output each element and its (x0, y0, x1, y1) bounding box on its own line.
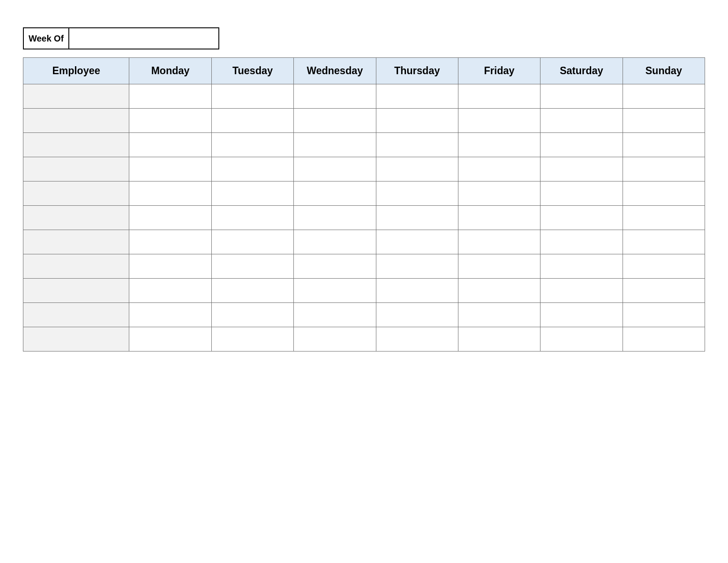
day-cell[interactable] (211, 157, 293, 181)
table-row (23, 303, 705, 327)
day-cell[interactable] (458, 327, 540, 351)
day-cell[interactable] (211, 230, 293, 254)
day-cell[interactable] (294, 254, 376, 279)
day-cell[interactable] (376, 181, 458, 206)
day-cell[interactable] (294, 157, 376, 181)
day-cell[interactable] (458, 133, 540, 157)
day-cell[interactable] (211, 254, 293, 279)
table-row (23, 109, 705, 133)
day-cell[interactable] (376, 279, 458, 303)
employee-cell[interactable] (23, 230, 129, 254)
employee-cell[interactable] (23, 327, 129, 351)
day-cell[interactable] (623, 254, 705, 279)
day-cell[interactable] (458, 181, 540, 206)
employee-cell[interactable] (23, 254, 129, 279)
day-cell[interactable] (458, 303, 540, 327)
day-cell[interactable] (294, 206, 376, 230)
week-of-input[interactable] (69, 27, 219, 49)
day-cell[interactable] (129, 254, 211, 279)
day-cell[interactable] (376, 133, 458, 157)
employee-cell[interactable] (23, 206, 129, 230)
day-cell[interactable] (294, 303, 376, 327)
day-cell[interactable] (129, 181, 211, 206)
day-cell[interactable] (376, 206, 458, 230)
day-cell[interactable] (294, 230, 376, 254)
day-cell[interactable] (129, 109, 211, 133)
table-row (23, 157, 705, 181)
day-cell[interactable] (129, 279, 211, 303)
day-cell[interactable] (376, 327, 458, 351)
day-cell[interactable] (294, 109, 376, 133)
day-cell[interactable] (458, 206, 540, 230)
day-cell[interactable] (129, 84, 211, 109)
day-cell[interactable] (294, 181, 376, 206)
day-cell[interactable] (376, 157, 458, 181)
day-cell[interactable] (458, 279, 540, 303)
day-cell[interactable] (211, 279, 293, 303)
day-cell[interactable] (376, 84, 458, 109)
day-cell[interactable] (540, 84, 623, 109)
day-cell[interactable] (540, 133, 623, 157)
employee-cell[interactable] (23, 133, 129, 157)
day-cell[interactable] (376, 303, 458, 327)
day-cell[interactable] (458, 254, 540, 279)
employee-cell[interactable] (23, 303, 129, 327)
day-cell[interactable] (540, 303, 623, 327)
day-cell[interactable] (623, 181, 705, 206)
day-cell[interactable] (211, 206, 293, 230)
day-cell[interactable] (129, 230, 211, 254)
schedule-table: Employee Monday Tuesday Wednesday Thursd… (23, 57, 705, 351)
table-row (23, 181, 705, 206)
day-cell[interactable] (540, 206, 623, 230)
day-cell[interactable] (458, 230, 540, 254)
day-cell[interactable] (540, 157, 623, 181)
day-cell[interactable] (458, 84, 540, 109)
day-cell[interactable] (623, 327, 705, 351)
day-cell[interactable] (211, 303, 293, 327)
employee-cell[interactable] (23, 157, 129, 181)
employee-cell[interactable] (23, 84, 129, 109)
day-cell[interactable] (211, 84, 293, 109)
employee-cell[interactable] (23, 109, 129, 133)
day-cell[interactable] (129, 133, 211, 157)
day-cell[interactable] (376, 254, 458, 279)
day-cell[interactable] (623, 206, 705, 230)
table-row (23, 206, 705, 230)
day-cell[interactable] (623, 133, 705, 157)
employee-cell[interactable] (23, 279, 129, 303)
header-day-saturday: Saturday (540, 58, 623, 84)
day-cell[interactable] (540, 230, 623, 254)
day-cell[interactable] (294, 279, 376, 303)
day-cell[interactable] (623, 109, 705, 133)
day-cell[interactable] (294, 84, 376, 109)
day-cell[interactable] (294, 327, 376, 351)
day-cell[interactable] (540, 254, 623, 279)
week-of-label: Week Of (23, 27, 69, 49)
day-cell[interactable] (129, 327, 211, 351)
employee-cell[interactable] (23, 181, 129, 206)
day-cell[interactable] (129, 206, 211, 230)
header-day-tuesday: Tuesday (211, 58, 293, 84)
day-cell[interactable] (540, 109, 623, 133)
day-cell[interactable] (376, 230, 458, 254)
day-cell[interactable] (540, 181, 623, 206)
header-employee: Employee (23, 58, 129, 84)
day-cell[interactable] (458, 109, 540, 133)
day-cell[interactable] (211, 327, 293, 351)
day-cell[interactable] (294, 133, 376, 157)
day-cell[interactable] (623, 84, 705, 109)
day-cell[interactable] (623, 157, 705, 181)
day-cell[interactable] (376, 109, 458, 133)
day-cell[interactable] (129, 303, 211, 327)
day-cell[interactable] (623, 230, 705, 254)
day-cell[interactable] (211, 181, 293, 206)
day-cell[interactable] (458, 157, 540, 181)
day-cell[interactable] (540, 327, 623, 351)
day-cell[interactable] (623, 303, 705, 327)
day-cell[interactable] (623, 279, 705, 303)
header-day-friday: Friday (458, 58, 540, 84)
day-cell[interactable] (129, 157, 211, 181)
day-cell[interactable] (211, 133, 293, 157)
day-cell[interactable] (540, 279, 623, 303)
day-cell[interactable] (211, 109, 293, 133)
